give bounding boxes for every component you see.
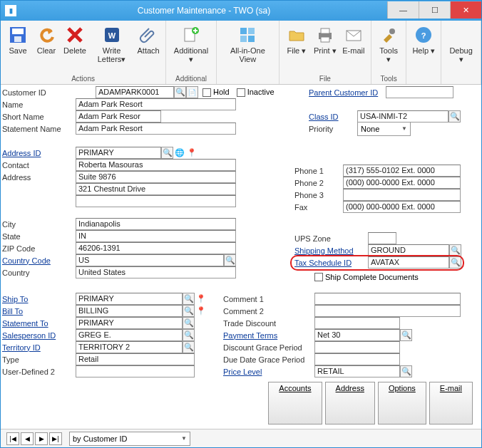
payment-terms-link[interactable]: Payment Terms (222, 331, 314, 340)
tools-button[interactable]: Tools ▾ (374, 22, 403, 74)
class-id-field[interactable]: USA-INMI-T2 (357, 110, 448, 123)
ship-to-link[interactable]: Ship To (1, 295, 76, 303)
print-button[interactable]: Print ▾ (311, 22, 339, 74)
fax-field[interactable]: (000) 000-0000 Ext. 0000 (343, 201, 461, 213)
contact-field[interactable]: Roberta Masouras (76, 159, 236, 171)
all-in-one-view-button[interactable]: All-in-One View (220, 22, 276, 74)
bill-to-link[interactable]: Bill To (1, 307, 76, 316)
shipping-method-link[interactable]: Shipping Method (293, 246, 368, 255)
ribbon: Save Clear Delete WWrite Letters▾ Attach… (1, 21, 481, 85)
discount-grace-field[interactable] (314, 341, 400, 353)
parent-customer-field[interactable] (386, 86, 453, 98)
name-field[interactable]: Adam Park Resort (76, 98, 236, 110)
ud2-field[interactable] (76, 365, 195, 377)
minimize-button[interactable]: — (387, 1, 419, 19)
state-field[interactable]: IN (76, 230, 236, 242)
lookup-icon[interactable]: 🔍 (449, 256, 461, 269)
undo-icon (36, 25, 56, 45)
country-code-field[interactable]: US (76, 254, 224, 266)
nav-prev-button[interactable]: ◀ (21, 432, 34, 445)
lookup-icon[interactable]: 🔍 (224, 254, 236, 266)
lookup-icon[interactable]: 🔍 (449, 244, 461, 256)
nav-last-button[interactable]: ▶| (49, 432, 62, 445)
comment2-field[interactable] (314, 305, 461, 317)
accounts-button[interactable]: Accounts (268, 382, 322, 424)
clear-button[interactable]: Clear (32, 22, 61, 74)
address-id-field[interactable]: PRIMARY (76, 147, 161, 159)
customer-id-field[interactable]: ADAMPARK0001 (96, 86, 174, 98)
lookup-icon[interactable]: 🔍 (161, 147, 173, 159)
tax-schedule-field[interactable]: AVATAX (368, 256, 449, 269)
inactive-checkbox[interactable] (237, 88, 245, 97)
salesperson-field[interactable]: GREG E. (76, 329, 183, 341)
salesperson-link[interactable]: Salesperson ID (1, 331, 76, 340)
phone3-field[interactable] (343, 189, 461, 201)
lookup-icon[interactable]: 🔍 (183, 317, 195, 329)
pin-icon[interactable]: 📍 (195, 293, 207, 305)
attach-button[interactable]: Attach (134, 22, 163, 74)
trade-discount-field[interactable] (314, 317, 400, 329)
lookup-icon[interactable]: 🔍 (183, 293, 195, 305)
type-field[interactable]: Retail (76, 353, 195, 365)
lookup-icon[interactable]: 🔍 (400, 329, 412, 341)
maximize-button[interactable]: ☐ (419, 1, 450, 19)
ship-complete-checkbox[interactable] (314, 273, 323, 281)
folder-icon (287, 25, 307, 45)
statement-to-field[interactable]: PRIMARY (76, 317, 183, 329)
address3-field[interactable] (76, 195, 236, 207)
phone1-field[interactable]: (317) 555-0102 Ext. 0000 (343, 165, 461, 177)
note-icon[interactable]: 📄 (186, 86, 198, 98)
write-letters-button[interactable]: WWrite Letters▾ (89, 22, 134, 74)
address-id-link[interactable]: Address ID (1, 149, 76, 157)
hold-checkbox[interactable] (202, 88, 211, 97)
nav-sort-select[interactable]: by Customer ID▼ (69, 432, 190, 446)
delete-button[interactable]: Delete (61, 22, 89, 74)
ship-to-field[interactable]: PRIMARY (76, 293, 183, 305)
email-form-button[interactable]: E-mail (429, 382, 473, 424)
options-button[interactable]: Options (378, 382, 426, 424)
short-name-field[interactable]: Adam Park Resor (76, 110, 161, 123)
pin-icon[interactable]: 📍 (185, 147, 198, 159)
parent-customer-link[interactable]: Parent Customer ID (307, 88, 386, 97)
address-button[interactable]: Address (325, 382, 375, 424)
statement-name-field[interactable]: Adam Park Resort (76, 123, 236, 135)
nav-first-button[interactable]: |◀ (6, 432, 19, 445)
payment-terms-field[interactable]: Net 30 (314, 329, 400, 341)
ups-zone-field[interactable] (368, 232, 396, 244)
lookup-icon[interactable]: 🔍 (174, 86, 186, 98)
priority-select[interactable]: None▼ (357, 122, 411, 136)
email-button[interactable]: E-mail (339, 22, 368, 74)
country-field[interactable]: United States (76, 266, 236, 278)
city-field[interactable]: Indianapolis (76, 218, 236, 230)
lookup-icon[interactable]: 🔍 (400, 365, 412, 377)
country-code-link[interactable]: Country Code (1, 256, 76, 265)
address1-field[interactable]: Suite 9876 (76, 171, 236, 183)
lookup-icon[interactable]: 🔍 (183, 329, 195, 341)
save-button[interactable]: Save (4, 22, 32, 74)
price-level-field[interactable]: RETAIL (314, 365, 400, 377)
help-button[interactable]: ?Help ▾ (409, 22, 438, 74)
additional-button[interactable]: Additional ▾ (169, 22, 213, 74)
class-id-link[interactable]: Class ID (307, 113, 357, 121)
lookup-icon[interactable]: 🔍 (448, 110, 461, 123)
bill-to-field[interactable]: BILLING (76, 305, 183, 317)
lookup-icon[interactable]: 🔍 (183, 341, 195, 353)
phone2-field[interactable]: (000) 000-0000 Ext. 0000 (343, 177, 461, 189)
statement-to-link[interactable]: Statement To (1, 319, 76, 328)
comment1-field[interactable] (314, 293, 461, 305)
shipping-method-field[interactable]: GROUND (368, 244, 449, 256)
lookup-icon[interactable]: 🔍 (183, 305, 195, 317)
globe-icon[interactable]: 🌐 (173, 147, 185, 159)
pin-icon[interactable]: 📍 (195, 305, 207, 317)
nav-next-button[interactable]: ▶ (35, 432, 48, 445)
debug-button[interactable]: Debug ▾ (444, 22, 478, 74)
file-button[interactable]: File ▾ (282, 22, 311, 74)
address2-field[interactable]: 321 Chestnut Drive (76, 183, 236, 195)
zip-field[interactable]: 46206-1391 (76, 242, 236, 254)
due-date-grace-field[interactable] (314, 353, 400, 365)
territory-link[interactable]: Territory ID (1, 343, 76, 352)
territory-field[interactable]: TERRITORY 2 (76, 341, 183, 353)
tax-schedule-link[interactable]: Tax Schedule ID (293, 259, 368, 267)
close-button[interactable]: ✕ (450, 1, 481, 19)
price-level-link[interactable]: Price Level (222, 368, 314, 376)
